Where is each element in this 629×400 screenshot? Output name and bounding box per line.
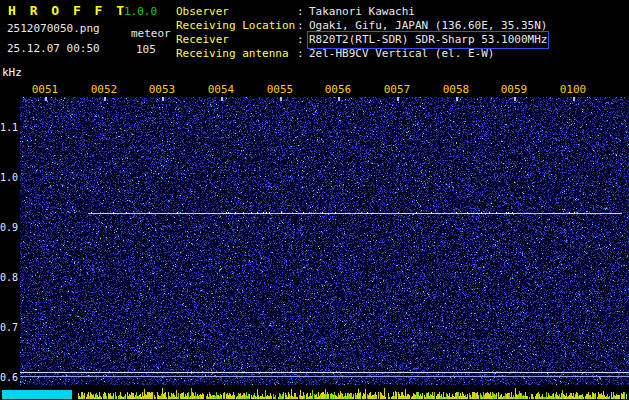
x-tick-label: 0055 xyxy=(265,83,295,96)
x-tick-label: 0052 xyxy=(89,83,119,96)
info-label: Observer xyxy=(176,5,297,19)
mode-label: meteor xyxy=(131,27,171,40)
info-separator: : xyxy=(297,19,309,33)
info-value-highlighted: R820T2(RTL-SDR) SDR-Sharp 53.1000MHz xyxy=(309,33,547,47)
y-tick-label: 0.7 xyxy=(0,322,18,333)
y-tick-label: 0.9 xyxy=(0,222,18,233)
y-tick-label: 1.1 xyxy=(0,122,18,133)
y-tick-label: 1.0 xyxy=(0,172,18,183)
app-version: 1.0.0 xyxy=(124,5,157,18)
info-label: Receiving Location xyxy=(176,19,297,33)
x-tick-label: 0057 xyxy=(382,83,412,96)
x-tick-label: 0054 xyxy=(206,83,236,96)
info-row-antenna: Receiving antenna : 2el-HB9CV Vertical (… xyxy=(176,47,547,61)
y-axis-unit: kHz xyxy=(2,66,22,79)
info-value: Ogaki, Gifu, JAPAN (136.60E, 35.35N) xyxy=(309,19,547,33)
app-title: H R O F F T xyxy=(8,3,127,18)
spectrogram-canvas xyxy=(20,97,629,385)
x-tick-label: 0058 xyxy=(441,83,471,96)
hrofft-output: H R O F F T 1.0.0 2512070050.png meteor … xyxy=(0,0,629,400)
station-info: Observer : Takanori Kawachi Receiving Lo… xyxy=(176,5,547,61)
echo-count: 105 xyxy=(136,43,156,56)
level-bars-canvas xyxy=(0,385,629,400)
info-row-location: Receiving Location : Ogaki, Gifu, JAPAN … xyxy=(176,19,547,33)
info-separator: : xyxy=(297,5,309,19)
x-tick-label: 0059 xyxy=(499,83,529,96)
info-row-observer: Observer : Takanori Kawachi xyxy=(176,5,547,19)
x-tick-label: 0056 xyxy=(323,83,353,96)
record-datetime: 25.12.07 00:50 xyxy=(7,42,100,55)
info-separator: : xyxy=(297,33,309,47)
y-tick-label: 0.8 xyxy=(0,272,18,283)
x-tick-label: 0100 xyxy=(558,83,588,96)
output-filename: 2512070050.png xyxy=(7,22,100,35)
info-row-receiver: Receiver : R820T2(RTL-SDR) SDR-Sharp 53.… xyxy=(176,33,547,47)
info-value: Takanori Kawachi xyxy=(309,5,415,19)
info-label: Receiving antenna xyxy=(176,47,297,61)
info-value: 2el-HB9CV Vertical (el. E-W) xyxy=(309,47,494,61)
info-separator: : xyxy=(297,47,309,61)
y-tick-label: 0.6 xyxy=(0,372,18,383)
x-tick-label: 0051 xyxy=(30,83,60,96)
info-label: Receiver xyxy=(176,33,297,47)
x-tick-label: 0053 xyxy=(147,83,177,96)
